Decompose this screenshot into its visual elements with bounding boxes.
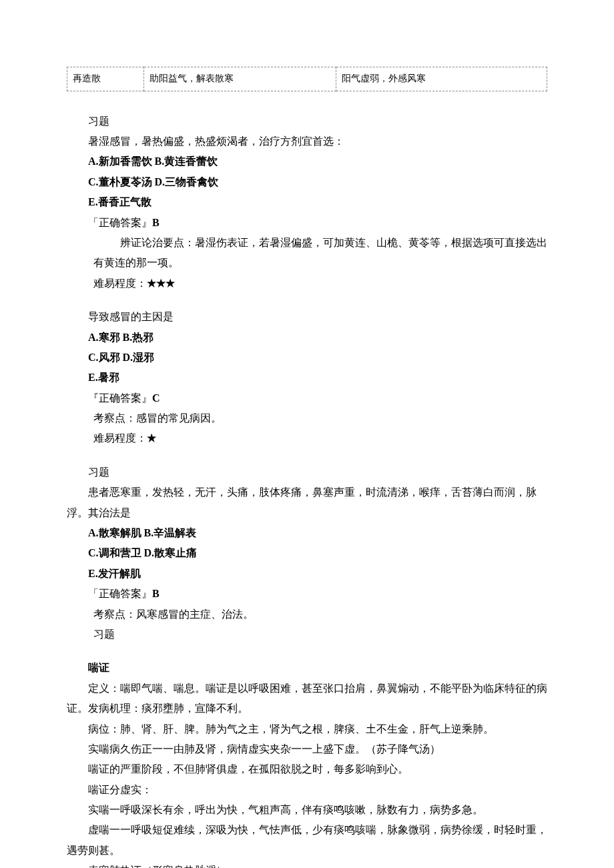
- q1-stem: 暑湿感冒，暑热偏盛，热盛烦渴者，治疗方剂宜首选：: [67, 131, 547, 151]
- q2-difficulty: 难易程度：★: [67, 428, 547, 448]
- q1-options-cd: C.董朴夏苓汤 D.三物香禽饮: [67, 172, 547, 192]
- q2-stem: 导致感冒的主因是: [67, 307, 547, 327]
- q1-opt-c: C.董朴夏苓汤: [88, 176, 155, 187]
- chuan-p5: 喘证分虚实：: [67, 780, 547, 800]
- chuan-p3: 实喘病久伤正一一由肺及肾，病情虚实夹杂一一上盛下虚。（苏子降气汤）: [67, 739, 547, 759]
- q3-opt-c: C.调和营卫: [88, 547, 144, 558]
- q1-answer-label: 「正确答案』: [88, 217, 152, 228]
- q1-difficulty-label: 难易程度：: [93, 278, 147, 289]
- q3-opt-d: D.散寒止痛: [144, 547, 198, 558]
- q1-analysis: 辨证论治要点：暑湿伤表证，若暑湿偏盛，可加黄连、山桅、黄苓等，根据选项可直接选出…: [67, 233, 547, 274]
- chuan-title: 喘证: [67, 658, 547, 678]
- chuan-p8: 表寒肺热证（形寒身热脉浮）: [67, 861, 547, 868]
- q3-options-ab: A.散寒解肌 B.辛温解表: [67, 523, 547, 543]
- q2-opt-a: A.寒邪: [88, 332, 123, 343]
- chuan-p6: 实喘一呼吸深长有余，呼出为快，气粗声高，伴有痰鸣咳嗽，脉数有力，病势多急。: [67, 800, 547, 820]
- q1-answer-value: B: [152, 217, 160, 228]
- q2-answer: 『正确答案』C: [67, 388, 547, 408]
- q1-opt-b: B.黄连香蕾饮: [155, 155, 218, 167]
- q3-opt-a: A.散寒解肌: [88, 527, 144, 538]
- q2-opt-c: C.风邪: [88, 352, 123, 363]
- chuan-p2: 病位：肺、肾、肝、脾。肺为气之主，肾为气之根，脾痰、土不生金，肝气上逆乘肺。: [67, 719, 547, 739]
- q3-answer: 「正确答案』B: [67, 584, 547, 604]
- q3-header: 习题: [67, 462, 547, 482]
- q3-answer-value: B: [152, 588, 160, 599]
- q1-options-ab: A.新加香需饮 B.黄连香蕾饮: [67, 151, 547, 171]
- q1-difficulty-stars: ★★★: [147, 278, 175, 289]
- q2-opt-b: B.热邪: [123, 332, 154, 343]
- q2-difficulty-stars: ★: [147, 432, 156, 444]
- q1-opt-e: E.番香正气散: [67, 192, 547, 212]
- q1-header: 习题: [67, 111, 547, 131]
- q2-analysis: 考察点：感冒的常见病因。: [67, 408, 547, 428]
- q2-opt-e: E.暑邪: [67, 368, 547, 388]
- cell-function: 助阳益气，解表散寒: [144, 67, 336, 91]
- q2-answer-value: C: [152, 392, 160, 404]
- cell-indication: 阳气虚弱，外感风寒: [336, 67, 547, 91]
- q3-answer-label: 「正确答案』: [88, 588, 152, 599]
- q2-difficulty-label: 难易程度：: [93, 432, 147, 444]
- chuan-p4: 喘证的严重阶段，不但肺肾俱虚，在孤阳欲脱之时，每多影响到心。: [67, 759, 547, 779]
- q3-opt-e: E.发汗解肌: [67, 564, 547, 584]
- q1-opt-a: A.新加香需饮: [88, 155, 155, 167]
- q2-answer-label: 『正确答案』: [88, 392, 152, 404]
- q3-options-cd: C.调和营卫 D.散寒止痛: [67, 543, 547, 563]
- q3-footer: 习题: [67, 624, 547, 644]
- q2-opt-d: D.湿邪: [123, 352, 155, 363]
- q3-analysis: 考察点：风寒感冒的主症、治法。: [67, 604, 547, 624]
- q1-answer: 「正确答案』B: [67, 213, 547, 233]
- q2-options-ab: A.寒邪 B.热邪: [67, 328, 547, 348]
- q1-difficulty: 难易程度：★★★: [67, 274, 547, 294]
- prescription-table: 再造散 助阳益气，解表散寒 阳气虚弱，外感风寒: [67, 67, 547, 91]
- chuan-p7: 虚喘一一呼吸短促难续，深吸为快，气怯声低，少有痰鸣咳喘，脉象微弱，病势徐缓，时轻…: [67, 820, 547, 861]
- q3-stem: 患者恶寒重，发热轻，无汗，头痛，肢体疼痛，鼻塞声重，时流清涕，喉痒，舌苔薄白而润…: [67, 482, 547, 523]
- cell-name: 再造散: [67, 67, 144, 91]
- q1-opt-d: D.三物香禽饮: [155, 176, 219, 187]
- chuan-p1: 定义：喘即气喘、喘息。喘证是以呼吸困难，甚至张口抬肩，鼻翼煽动，不能平卧为临床特…: [67, 679, 547, 719]
- table-row: 再造散 助阳益气，解表散寒 阳气虚弱，外感风寒: [67, 67, 547, 91]
- q3-opt-b: B.辛温解表: [144, 527, 197, 538]
- q2-options-cd: C.风邪 D.湿邪: [67, 348, 547, 368]
